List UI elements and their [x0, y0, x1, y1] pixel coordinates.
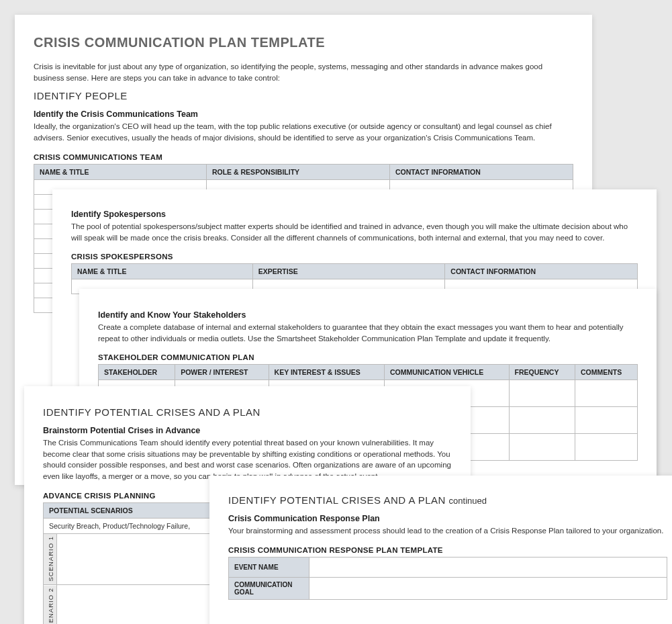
col-comments: COMMENTS [575, 365, 638, 380]
subhead-stakeholders: Identify and Know Your Stakeholders [98, 310, 638, 320]
table-title-crisis-team: CRISIS COMMUNICATIONS TEAM [34, 153, 573, 161]
col-power: POWER / INTEREST [175, 365, 269, 380]
col-contact: CONTACT INFORMATION [389, 164, 573, 179]
table-title-response-plan: CRISIS COMMUNICATION RESPONSE PLAN TEMPL… [228, 546, 667, 554]
table-response-plan: EVENT NAME COMMUNICATION GOAL [228, 557, 667, 600]
table-row: COMMUNICATION GOAL [229, 577, 667, 599]
subhead-response-plan: Crisis Communication Response Plan [228, 514, 667, 523]
continued-label: continued [449, 496, 487, 506]
table-title-spokespersons: CRISIS SPOKESPERSONS [71, 253, 638, 261]
section-identify-people: IDENTIFY PEOPLE [34, 90, 573, 101]
col-role: ROLE & RESPONSIBILITY [206, 164, 389, 179]
col-interest: KEY INTEREST & ISSUES [269, 365, 384, 380]
col-stakeholder: STAKEHOLDER [99, 365, 175, 380]
subhead-spokespersons: Identify Spokespersons [71, 210, 638, 219]
doc-title: CRISIS COMMUNICATION PLAN TEMPLATE [34, 35, 573, 50]
table-title-stakeholders: STAKEHOLDER COMMUNICATION PLAN [98, 353, 638, 361]
page-5: IDENTIFY POTENTIAL CRISES AND A PLAN con… [209, 476, 672, 624]
col-name-title: NAME & TITLE [34, 164, 207, 179]
body-stakeholders: Create a complete database of internal a… [98, 322, 638, 344]
row-event-name: EVENT NAME [229, 557, 309, 577]
section-potential-crises-continued: IDENTIFY POTENTIAL CRISES AND A PLAN con… [228, 494, 667, 506]
scenario-2-label: SCENARIO 2 [44, 585, 57, 624]
subhead-crisis-team: Identify the Crisis Communications Team [34, 109, 573, 119]
row-communication-goal: COMMUNICATION GOAL [229, 577, 309, 599]
col-frequency: FREQUENCY [509, 365, 575, 380]
col-vehicle: COMMUNICATION VEHICLE [384, 365, 509, 380]
col-expertise: EXPERTISE [252, 264, 445, 279]
col-contact: CONTACT INFORMATION [445, 264, 638, 279]
table-row: EVENT NAME [229, 557, 667, 577]
section-potential-crises: IDENTIFY POTENTIAL CRISES AND A PLAN [43, 406, 452, 418]
intro-text: Crisis is inevitable for just about any … [34, 61, 573, 83]
col-name-title: NAME & TITLE [72, 264, 253, 279]
scenario-1-label: SCENARIO 1 [44, 533, 57, 585]
body-response-plan: Your brainstorming and assessment proces… [228, 525, 667, 537]
body-spokespersons: The pool of potential spokespersons/subj… [71, 221, 638, 243]
body-crisis-team: Ideally, the organization's CEO will hea… [34, 121, 573, 143]
subhead-brainstorm: Brainstorm Potential Crises in Advance [43, 426, 452, 435]
section-title-text: IDENTIFY POTENTIAL CRISES AND A PLAN [228, 494, 446, 506]
